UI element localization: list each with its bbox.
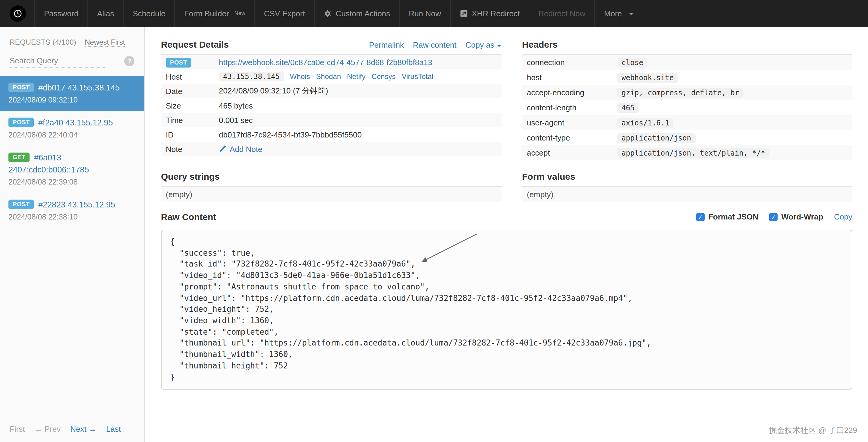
form-values-header: Form values	[522, 171, 852, 187]
requests-count-label: REQUESTS (4/100)	[10, 38, 76, 47]
header-value: webhook.site	[617, 73, 678, 83]
detail-date-value: 2024/08/09 09:32:10 (7 分钟前)	[219, 86, 497, 96]
header-name: connection	[527, 58, 617, 67]
header-name: user-agent	[527, 118, 617, 127]
header-row: accept-encoding gzip, compress, deflate,…	[522, 85, 852, 100]
header-value: gzip, compress, deflate, br	[617, 88, 743, 98]
checkbox-checked-icon: ✓	[769, 212, 778, 221]
request-details-panel: Request Details Permalink Raw content Co…	[161, 39, 501, 156]
request-list: POST #db017 43.155.38.145 2024/08/09 09:…	[0, 76, 144, 228]
pencil-icon	[219, 145, 226, 153]
request-line: POST #db017 43.155.38.145	[8, 83, 135, 92]
nav-redirect-now[interactable]: Redirect Now	[529, 0, 594, 27]
method-badge: POST	[8, 200, 34, 209]
virustotal-link[interactable]: VirusTotal	[402, 72, 433, 81]
copy-as-dropdown[interactable]: Copy as	[466, 40, 501, 50]
request-label: #22823 43.155.12.95	[38, 200, 115, 209]
header-name: content-length	[527, 103, 617, 112]
request-line: POST #f2a40 43.155.12.95	[8, 118, 135, 127]
help-icon[interactable]: ?	[124, 56, 134, 66]
search-input[interactable]	[10, 54, 105, 67]
header-value: application/json	[617, 133, 695, 143]
detail-label: Time	[166, 116, 219, 124]
nav-form-builder[interactable]: Form Builder New	[175, 0, 254, 27]
request-item-db017[interactable]: POST #db017 43.155.38.145 2024/08/09 09:…	[0, 76, 144, 111]
shodan-link[interactable]: Shodan	[316, 72, 341, 81]
add-note-button[interactable]: Add Note	[219, 144, 262, 153]
censys-link[interactable]: Censys	[372, 72, 396, 81]
header-value: axios/1.6.1	[617, 118, 674, 128]
copy-raw-content-link[interactable]: Copy	[834, 212, 852, 221]
detail-note-cell: Add Note	[219, 144, 497, 153]
request-item-f2a40[interactable]: POST #f2a40 43.155.12.95 2024/08/08 22:4…	[0, 111, 144, 146]
pagination-next[interactable]: Next →	[70, 424, 96, 434]
whois-link[interactable]: Whois	[290, 72, 310, 81]
detail-row-id: ID db017fd8-7c92-4534-bf39-7bbbd55f5500	[161, 127, 501, 142]
header-name: host	[527, 73, 617, 82]
raw-content-header: Raw Content ✓ Format JSON ✓ Word-Wrap Co…	[161, 212, 852, 222]
form-values-empty: (empty)	[522, 187, 852, 202]
clock-icon-glyph	[13, 9, 22, 18]
watermark-text: 掘金技术社区 @ 子曰229	[769, 425, 857, 436]
detail-label: Date	[166, 87, 219, 95]
nav-custom-actions[interactable]: Custom Actions	[314, 0, 399, 27]
nav-xhr-redirect[interactable]: XHR Redirect	[450, 0, 529, 27]
header-row: host webhook.site	[522, 70, 852, 85]
header-value: 465	[617, 103, 639, 113]
word-wrap-checkbox[interactable]: ✓ Word-Wrap	[769, 212, 823, 221]
request-item-22823[interactable]: POST #22823 43.155.12.95 2024/08/08 22:3…	[0, 193, 144, 228]
copy-as-label: Copy as	[466, 40, 494, 50]
main-content: Request Details Permalink Raw content Co…	[145, 27, 868, 442]
nav-schedule[interactable]: Schedule	[123, 0, 175, 27]
detail-row-url: POST https://webhook.site/0c87ca0e-cd74-…	[161, 55, 501, 69]
format-json-checkbox[interactable]: ✓ Format JSON	[696, 212, 758, 221]
detail-label: Size	[166, 101, 219, 110]
search-bar: ?	[0, 47, 144, 76]
add-note-label: Add Note	[230, 144, 262, 153]
header-value: application/json, text/plain, */*	[617, 148, 770, 158]
query-strings-header: Query strings	[161, 171, 501, 187]
header-value: close	[617, 58, 647, 67]
pagination-last[interactable]: Last	[106, 424, 121, 434]
detail-row-note: Note Add Note	[161, 142, 501, 156]
clock-icon[interactable]	[10, 5, 26, 22]
new-badge: New	[235, 10, 245, 16]
caret-down-icon	[629, 12, 633, 15]
request-details-actions: Permalink Raw content Copy as	[369, 40, 501, 50]
nav-run-now[interactable]: Run Now	[399, 0, 450, 27]
netify-link[interactable]: Netify	[347, 72, 365, 81]
sort-order-toggle[interactable]: Newest First	[85, 38, 125, 47]
header-row: content-type application/json	[522, 130, 852, 145]
navbar: Password Alias Schedule Form Builder New…	[0, 0, 868, 27]
detail-row-host: Host 43.155.38.145 Whois Shodan Netify C…	[161, 69, 501, 84]
form-values-panel: Form values (empty)	[522, 171, 852, 202]
nav-password[interactable]: Password	[34, 0, 87, 27]
request-details-title: Request Details	[161, 39, 229, 50]
permalink-link[interactable]: Permalink	[369, 40, 404, 50]
nav-more-dropdown[interactable]: More	[594, 0, 642, 27]
format-json-label: Format JSON	[708, 212, 758, 221]
method-badge: GET	[8, 153, 30, 162]
pagination-first[interactable]: First	[10, 424, 25, 434]
headers-table: connection close host webhook.site accep…	[522, 55, 852, 160]
header-name: accept	[527, 148, 617, 157]
raw-content-controls: ✓ Format JSON ✓ Word-Wrap Copy	[696, 212, 852, 221]
nav-form-builder-label: Form Builder	[184, 9, 229, 18]
host-lookup-links: Whois Shodan Netify Censys VirusTotal	[290, 72, 433, 81]
request-details-header: Request Details Permalink Raw content Co…	[161, 39, 501, 55]
request-date: 2024/08/08 22:40:04	[8, 131, 135, 139]
detail-method-cell: POST	[166, 57, 219, 67]
nav-csv-export[interactable]: CSV Export	[254, 0, 314, 27]
nav-alias[interactable]: Alias	[87, 0, 123, 27]
method-badge: POST	[166, 58, 191, 67]
request-item-6a013[interactable]: GET #6a013 2407:cdc0:b006::1785 2024/08/…	[0, 146, 144, 193]
request-url-link[interactable]: https://webhook.site/0c87ca0e-cd74-4577-…	[219, 58, 432, 67]
query-strings-panel: Query strings (empty)	[161, 171, 501, 202]
requests-header: REQUESTS (4/100) Newest First	[0, 27, 144, 47]
raw-content-link[interactable]: Raw content	[413, 40, 457, 50]
request-ipv6: 2407:cdc0:b006::1785	[8, 165, 135, 174]
request-date: 2024/08/09 09:32:10	[8, 96, 135, 104]
detail-label: Host	[166, 72, 219, 81]
pagination-prev[interactable]: ← Prev	[35, 424, 61, 434]
detail-id-value: db017fd8-7c92-4534-bf39-7bbbd55f5500	[219, 130, 497, 139]
